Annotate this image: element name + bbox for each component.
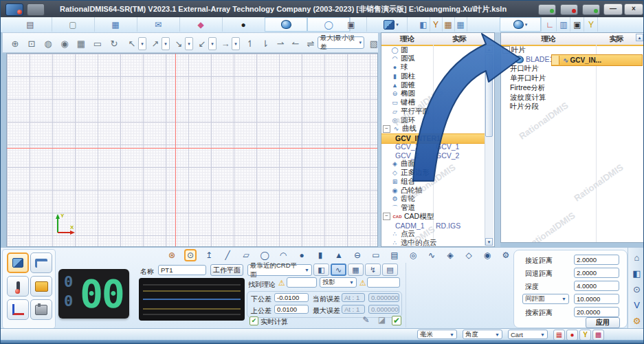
feature-slot-icon[interactable]: ▭ <box>370 249 382 261</box>
magnifier-icon[interactable]: ⊙ <box>630 283 643 296</box>
device-link-icon[interactable] <box>582 4 600 15</box>
tree-item-球[interactable]: ●球 <box>381 63 485 72</box>
toolbar-orbit-icon[interactable]: ◍ <box>41 36 55 50</box>
toolbar-probe-angle-c-caret[interactable]: ▾ <box>185 37 193 50</box>
toolbar-select-region-icon[interactable]: ▦ <box>74 36 88 50</box>
app-icon[interactable] <box>5 3 23 16</box>
report-edit-icon[interactable]: ✎ <box>361 315 371 325</box>
probe-v-icon[interactable]: V <box>630 299 643 312</box>
toolbar-zoom-window-icon[interactable]: ⊡ <box>25 36 38 50</box>
machine-icon[interactable]: ⌂ <box>630 251 643 264</box>
spacing-plane-dropdown[interactable]: 间距面▼ <box>522 294 569 304</box>
expand-toggle[interactable]: − <box>383 125 390 133</box>
graphics-viewport[interactable]: Y X <box>6 53 378 247</box>
remote-controller-icon[interactable] <box>538 4 556 15</box>
feature-arc-icon[interactable]: ◠ <box>277 249 289 261</box>
tree-item-正多边形[interactable]: ◇正多边形 <box>381 169 485 178</box>
ribbon-tab-camera[interactable]: ▣ <box>571 17 584 32</box>
ribbon-tab-chart-calendar[interactable]: ▦ <box>454 17 467 32</box>
feature-sphere-icon[interactable]: ● <box>296 249 308 261</box>
toolbar-probe-angle-e-caret[interactable]: ▾ <box>232 37 240 50</box>
tree-item-GCV_2[interactable]: GCV_2GCV_2 <box>381 151 485 160</box>
toolbar-probe-angle-e-icon[interactable]: → <box>219 36 232 50</box>
axes-xyz-button[interactable] <box>7 299 29 320</box>
mid-tree-scrollbar[interactable]: ▲ ▼ <box>485 45 493 246</box>
tree-item-BLADE1[interactable]: BLADE1∿GCV_IN... <box>501 55 643 64</box>
angle-dropdown[interactable]: 角度▼ <box>463 330 502 339</box>
toolbar-probe-angle-a-icon[interactable]: ↖ <box>125 36 139 50</box>
tab-waveform[interactable]: ∿ <box>331 264 346 276</box>
settings-gear-icon[interactable]: ⚙ <box>630 314 643 327</box>
feature-parallel-planes-icon[interactable]: ▤ <box>388 249 401 261</box>
feature-surface-icon[interactable]: ◈ <box>444 249 456 261</box>
tree-item-椭圆[interactable]: ⊖椭圆 <box>381 89 485 98</box>
tree-item-叶片分段[interactable]: 叶片分段 <box>501 103 643 111</box>
tab-cube-list[interactable]: ▤ <box>382 264 398 276</box>
toolbar-probe-angle-c-icon[interactable]: ↘ <box>172 36 186 50</box>
ribbon-tab-mask[interactable]: ▦ <box>442 17 455 32</box>
param-4-input[interactable]: 20.0000 <box>574 307 619 317</box>
ribbon-tab-monitor[interactable]: ▣ <box>336 17 367 32</box>
tab-probe-curve[interactable]: ↯ <box>365 264 381 276</box>
realtime-checkbox[interactable]: ✔ <box>249 316 258 325</box>
y-flag-icon[interactable]: Y <box>579 330 591 341</box>
ribbon-tab-probe-black[interactable]: ● <box>222 17 265 32</box>
feature-circle-icon[interactable]: ◯ <box>258 249 271 261</box>
toolbar-probe-head-d-icon[interactable]: ↼ <box>289 36 302 50</box>
tree-item-组合[interactable]: ⊞组合 <box>381 177 485 186</box>
stop-ball-icon[interactable]: ● <box>566 330 578 341</box>
feature-point-icon[interactable]: ⊙ <box>184 249 197 261</box>
feature-line-icon[interactable]: ╱ <box>221 249 234 261</box>
confirm-check-icon[interactable]: ✔ <box>392 316 401 325</box>
tree-item-Firtree分析[interactable]: Firtree分析 <box>501 83 643 92</box>
tree-item-圆锥[interactable]: ▲圆锥 <box>381 80 485 89</box>
eraser-icon[interactable]: ◪ <box>377 315 387 325</box>
toolbar-probe-angle-d-caret[interactable]: ▾ <box>208 37 216 50</box>
toolbar-pan-icon[interactable]: ⊕ <box>8 36 22 50</box>
scroll-down-icon[interactable]: ▼ <box>485 238 493 246</box>
tree-item-开口叶片[interactable]: 开口叶片 <box>501 65 643 74</box>
feature-cylinder-icon[interactable]: ▮ <box>314 249 326 261</box>
minimize-button[interactable]: — <box>603 3 623 15</box>
toolbar-probe-angle-d-icon[interactable]: ↙ <box>195 36 209 50</box>
toolbar-view-eye-icon[interactable]: ◉ <box>58 36 71 50</box>
toolbar-probe-head-b-icon[interactable]: ⇂ <box>258 36 272 50</box>
feature-polygon-icon[interactable]: ◇ <box>463 249 475 261</box>
toolbar-probe-head-c-icon[interactable]: ⇀ <box>274 36 287 50</box>
error-mode-dropdown[interactable]: 最大|最小误差▾ <box>318 36 364 49</box>
tree-item-CAD模型[interactable]: −CADCAD模型 <box>381 212 485 221</box>
apply-button[interactable]: 应用 <box>586 317 620 328</box>
projection-value-input[interactable] <box>367 277 400 288</box>
tree-item-平行平面[interactable]: ▱平行平面 <box>381 107 485 116</box>
expand-toggle[interactable]: − <box>383 213 390 220</box>
tree-item-圆环[interactable]: ◎圆环 <box>381 116 485 125</box>
toolbar-probe-angle-a-caret[interactable]: ▾ <box>138 37 146 50</box>
tree-item-叶片[interactable]: −叶片 <box>501 45 643 54</box>
scroll-up-icon[interactable]: ▲ <box>636 34 643 41</box>
coordinate-dropdown[interactable]: Cart▼ <box>508 330 548 339</box>
feature-curve-icon[interactable]: ∿ <box>425 249 438 261</box>
crd-plane-dropdown[interactable]: 最靠近的CRD平面▼ <box>247 264 312 276</box>
toolbar-probe-angle-b-icon[interactable]: ↗ <box>148 36 162 50</box>
splitter-right[interactable] <box>495 32 500 247</box>
fixture-label-button[interactable] <box>30 276 52 297</box>
close-button[interactable]: × <box>624 3 643 15</box>
expand-toggle[interactable]: − <box>502 46 510 54</box>
tree-item-圆[interactable]: ◯圆 <box>381 45 485 54</box>
feature-cam-icon[interactable]: ◉ <box>481 249 493 261</box>
tree-item-圆柱[interactable]: ▮圆柱 <box>381 72 485 80</box>
monitor-share-icon[interactable] <box>560 4 578 15</box>
tree-item-键槽[interactable]: ▭键槽 <box>381 98 485 107</box>
ribbon-tab-model-cube[interactable]: ▾ <box>375 17 408 32</box>
ribbon-tab-flag-y[interactable]: Y <box>585 17 598 32</box>
feature-plane-icon[interactable]: ▱ <box>240 249 252 261</box>
tree-item-凸轮轴[interactable]: ◉凸轮轴 <box>381 186 485 195</box>
ribbon-tab-document[interactable]: ▢ <box>52 17 95 32</box>
tree-item-选中的点云[interactable]: ∴选中的点云 <box>381 239 485 248</box>
toolbar-probe-angle-b-caret[interactable]: ▾ <box>162 37 170 50</box>
projection-dropdown[interactable]: 投影▼ <box>320 277 357 288</box>
feature-vector-point-icon[interactable]: ↥ <box>203 249 215 261</box>
ribbon-tab-cube-small[interactable]: ◧ <box>417 17 430 32</box>
grid-red-icon[interactable]: ▦ <box>553 330 565 341</box>
probe-cube-icon[interactable]: ◧ <box>630 267 643 280</box>
